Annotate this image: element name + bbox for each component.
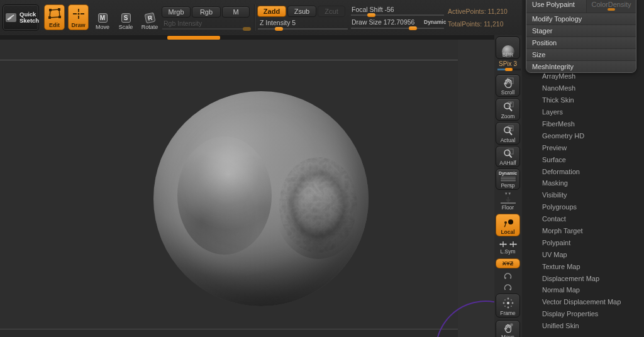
spix-track[interactable] [497,69,521,70]
dropdown-item[interactable]: Size [526,48,636,60]
menu-item[interactable]: Display Properties [522,308,644,320]
menu-item[interactable]: NanoMesh [522,82,644,94]
sculpt-sphere-model[interactable] [153,91,369,306]
xyz-button[interactable]: XYZ [496,258,520,268]
color-density-handle[interactable] [608,8,615,11]
zbrush-window: Quick Sketch Edit Draw M Move S Scale R … [0,0,644,337]
use-polypaint-button[interactable]: Use Polypaint [526,0,586,13]
bpr-label: BPR [502,52,513,58]
menu-item[interactable]: Polypaint [522,236,644,248]
draw-button[interactable]: Draw [68,4,89,30]
dynamic-mode-toggle[interactable]: Dynamic [424,19,446,25]
sphere-right-dent [274,152,362,259]
scale-tool-button[interactable]: S Scale [116,6,135,30]
menu-item[interactable]: UV Map [522,248,644,260]
floor-button[interactable]: Floor [496,196,520,213]
draw-size-handle[interactable] [409,26,417,30]
radial-symmetry-button-2[interactable] [496,283,520,292]
menu-item[interactable]: Texture Map [522,260,644,272]
menu-item[interactable]: Deformation [522,165,644,177]
bpr-button[interactable]: BPR [496,36,520,59]
document-canvas[interactable] [0,40,494,337]
local-label: Local [501,229,514,236]
menu-item[interactable]: Surface [522,153,644,165]
hand-move-icon [502,323,514,334]
mrgb-button[interactable]: Mrgb [162,6,191,18]
radial-symmetry-button-1[interactable] [496,272,520,281]
zcut-button[interactable]: Zcut [318,6,345,17]
scroll-label: Scroll [501,89,514,96]
aahalf-button[interactable]: AAHalf [496,146,520,167]
menu-item[interactable]: Masking [522,177,644,189]
draw-size-slider[interactable] [351,28,444,29]
move-tool-icon: M [98,13,108,23]
hand-scroll-icon [502,77,514,89]
menu-item[interactable]: Geometry HD [522,130,644,141]
menu-item[interactable]: Polygroups [522,201,644,213]
edit-button[interactable]: Edit [44,4,65,30]
actual-label: Actual [501,137,516,144]
tool-subpanel: Use Polypaint ColorDensity Modify Topolo… [522,0,644,337]
menu-item[interactable]: ArrayMesh [522,70,644,82]
dropdown-item[interactable]: Stager [526,25,636,36]
zoom-button[interactable]: Zoom [496,98,520,121]
zsub-button[interactable]: Zsub [287,6,316,17]
shelf-move-button[interactable]: Move [496,320,520,337]
draw-size-slider-label: Draw Size 172.70956 [352,18,414,26]
geometry-dropdown-panel: Use Polypaint ColorDensity Modify Topolo… [526,0,636,73]
z-intensity-slider[interactable] [258,28,348,30]
move-tool-label: Move [96,24,109,30]
frame-button[interactable]: Frame [496,294,520,318]
shelf-move-label: Move [501,334,514,337]
zadd-button[interactable]: Zadd [257,6,286,17]
move-tool-button[interactable]: M Move [93,6,112,30]
color-density-slider[interactable]: ColorDensity [586,0,636,13]
zoom-label: Zoom [501,113,515,120]
edit-label: Edit [49,22,60,28]
aahalf-label: AAHalf [499,160,516,167]
actual-button[interactable]: Actual [496,122,520,145]
dropdown-item[interactable]: Modify Topology [526,13,636,25]
magnifier-actual-icon [502,124,514,137]
menu-item[interactable]: Visibility [522,189,644,201]
menu-item[interactable]: Thick Skin [522,94,644,106]
menu-item[interactable]: Displacement Map [522,272,644,284]
toolbar-divider [254,4,255,31]
focal-shift-slider-label: Focal Shift -56 [352,6,394,13]
focal-shift-slider[interactable] [351,14,444,16]
rgb-intensity-handle[interactable] [243,27,251,31]
magnifier-plus-icon [502,101,514,113]
sketch-icon [5,12,18,23]
menu-item[interactable]: Preview [522,141,644,153]
persp-button[interactable]: Dynamic Persp [496,168,520,190]
local-symmetry-icon [502,218,514,229]
menu-item[interactable]: Morph Target [522,225,644,237]
canvas-right-gap [458,40,494,337]
spix-handle[interactable] [505,68,513,71]
menu-item[interactable]: Normal Map [522,284,644,296]
z-intensity-handle[interactable] [275,27,283,31]
menu-item[interactable]: Contact [522,213,644,225]
local-button[interactable]: Local [496,214,520,236]
focal-shift-handle[interactable] [367,13,375,17]
menu-item[interactable]: Vector Displacement Map [522,296,644,308]
menu-item[interactable]: Unified Skin [522,320,644,332]
scroll-button[interactable]: Scroll [496,74,520,97]
rgb-intensity-slider[interactable] [162,28,250,30]
floor-label: Floor [502,204,514,211]
dropdown-item[interactable]: Position [526,36,636,48]
rgb-button[interactable]: Rgb [192,6,221,18]
magnifier-aahalf-icon [502,148,514,160]
lsym-button[interactable]: L.Sym [496,240,520,257]
rotate-tool-button[interactable]: R Rotate [140,6,160,30]
quick-sketch-button[interactable]: Quick Sketch [3,4,39,31]
spix-slider[interactable]: SPix 3 [496,60,520,73]
menu-item[interactable]: Layers [522,106,644,118]
persp-label: Persp [501,182,514,189]
menu-item[interactable]: FiberMesh [522,118,644,130]
m-button[interactable]: M [222,6,250,18]
active-points-readout: ActivePoints: 11,210 [448,8,508,15]
quick-sketch-label: Quick Sketch [19,11,39,24]
rotate-tool-label: Rotate [142,24,158,30]
xyz-label: XYZ [502,260,514,267]
